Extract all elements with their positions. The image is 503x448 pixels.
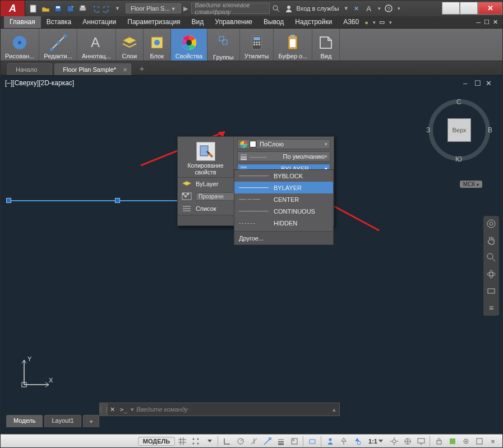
status-annovis-icon[interactable] <box>351 436 363 447</box>
search-icon[interactable] <box>272 4 280 12</box>
qat-undo-icon[interactable] <box>89 3 100 14</box>
status-sc-icon[interactable] <box>306 436 319 447</box>
status-monitor-icon[interactable] <box>415 436 427 447</box>
status-clean-icon[interactable] <box>473 436 486 447</box>
viewport-label[interactable]: [–][Сверху][2D-каркас] <box>5 79 74 87</box>
color-dropdown[interactable]: ПоСлою▾ <box>237 139 330 149</box>
ribbon-tab-home[interactable]: Главная <box>4 16 41 28</box>
status-osnap-icon[interactable] <box>261 436 274 447</box>
linetype-option[interactable]: - - - - - -HIDDEN <box>234 217 333 229</box>
panel-properties[interactable]: Свойства <box>171 29 207 61</box>
panel-draw[interactable]: Рисован... <box>1 29 39 61</box>
viewcube-face[interactable]: Верх <box>447 118 471 142</box>
panel-clipboard[interactable]: Буфер о... <box>274 29 312 61</box>
status-model-button[interactable]: МОДЕЛЬ <box>138 437 175 446</box>
grip-start[interactable] <box>6 198 11 203</box>
exchange-icon[interactable]: ✕ <box>352 4 361 13</box>
nav-showmotion-icon[interactable] <box>486 285 497 297</box>
qat-dropdown-icon[interactable]: ▼ <box>115 6 120 11</box>
ribbon-featured-icon[interactable]: ● <box>364 19 368 26</box>
match-properties-button[interactable]: Копирование свойств <box>178 137 234 177</box>
status-polar-icon[interactable] <box>234 436 247 447</box>
panel-utilities[interactable]: Утилиты <box>240 29 274 61</box>
status-dropdown-icon[interactable] <box>203 436 215 447</box>
qat-redo-icon[interactable] <box>101 3 113 14</box>
lineweight-dropdown[interactable]: ———По умолчанию▾ <box>237 151 330 161</box>
panel-modify[interactable]: Редакти... <box>39 29 77 61</box>
ucs-badge[interactable]: МСК ▾ <box>460 181 482 188</box>
viewcube[interactable]: Верх С З В Ю <box>428 99 490 161</box>
linetype-option[interactable]: ────────BYBLOCK <box>234 170 333 182</box>
nav-more-icon[interactable]: ≡ <box>486 302 497 313</box>
status-tpy-icon[interactable] <box>288 436 301 447</box>
viewport-minimize-icon[interactable]: – <box>463 79 471 87</box>
cmdline-close-icon[interactable]: ✕ <box>108 406 117 413</box>
ribbon-collapse-icon[interactable]: ▭ <box>379 19 385 26</box>
ribbon-tab-a360[interactable]: A360 <box>338 16 364 28</box>
status-grid-icon[interactable] <box>176 436 188 447</box>
cmdline-history-icon[interactable]: ▾ <box>131 406 134 413</box>
doc-restore-icon[interactable]: ☐ <box>484 19 490 26</box>
signin-button[interactable]: Вход в службы <box>297 5 339 12</box>
layout-tab-model[interactable]: Модель <box>6 415 43 427</box>
linetype-option[interactable]: ────────BYLAYER <box>234 182 333 193</box>
linetype-other-button[interactable]: Другое... <box>234 231 333 244</box>
linetype-option[interactable]: ── ─ ──CENTER <box>234 193 333 205</box>
compass-w[interactable]: З <box>426 126 430 134</box>
qat-new-icon[interactable] <box>27 3 39 14</box>
status-isolate-icon[interactable] <box>460 436 472 447</box>
cmdline-grip-icon[interactable]: ⋮⋮ <box>100 403 108 415</box>
grip-mid[interactable] <box>115 198 120 203</box>
title-caret-icon[interactable]: ▶ <box>183 5 188 12</box>
qat-print-icon[interactable] <box>77 3 88 14</box>
layout-tab-layout1[interactable]: Layout1 <box>44 415 81 427</box>
search-input[interactable]: Введите ключевое слово/фразу <box>191 3 270 14</box>
file-tab-document[interactable]: Floor Plan Sample*✕ <box>54 63 131 75</box>
status-iso-icon[interactable] <box>248 436 260 447</box>
ribbon-tab-annotate[interactable]: Аннотации <box>77 16 122 28</box>
status-hardware-icon[interactable] <box>446 436 459 447</box>
ribbon-tab-parametric[interactable]: Параметризация <box>122 16 186 28</box>
drawing-canvas[interactable]: [–][Сверху][2D-каркас] – ☐ ✕ Y X <box>1 76 502 434</box>
cmdline-menu-icon[interactable]: ▴ <box>333 406 336 413</box>
ribbon-tab-addins[interactable]: Надстройки <box>289 16 338 28</box>
viewport-maximize-icon[interactable]: ☐ <box>474 79 482 87</box>
linetype-option[interactable]: ────────CONTINUOUS <box>234 205 333 217</box>
nav-pan-icon[interactable] <box>486 235 497 246</box>
ribbon-tab-view[interactable]: Вид <box>186 16 210 28</box>
status-lock-icon[interactable] <box>433 436 445 447</box>
qat-saveas-icon[interactable] <box>64 3 76 14</box>
status-ws-icon[interactable] <box>402 436 414 447</box>
nav-zoom-icon[interactable] <box>486 252 497 263</box>
window-close-button[interactable]: ✕ <box>478 2 502 15</box>
panel-groups[interactable]: Группы <box>207 29 240 61</box>
nav-wheel-icon[interactable] <box>486 218 497 229</box>
ribbon-tab-manage[interactable]: Управление <box>209 16 258 28</box>
app-menu-button[interactable]: A <box>1 1 25 16</box>
panel-annotation[interactable]: A Аннотац... <box>77 29 116 61</box>
panel-view[interactable]: Вид <box>312 29 340 61</box>
panel-block[interactable]: Блок <box>144 29 171 61</box>
command-line[interactable]: ⋮⋮ ✕ >_ ▾ Введите команду ▴ <box>99 403 340 416</box>
ribbon-tab-output[interactable]: Вывод <box>258 16 289 28</box>
qat-open-icon[interactable] <box>40 3 51 14</box>
window-maximize-button[interactable]: ☐ <box>460 2 478 15</box>
layout-tab-add[interactable]: ＋ <box>83 415 99 427</box>
status-person-icon[interactable] <box>324 436 336 447</box>
doc-minimize-icon[interactable]: ─ <box>476 19 481 26</box>
doc-close-icon[interactable]: ✕ <box>493 19 498 26</box>
file-tab-start[interactable]: Начало <box>7 63 52 75</box>
compass-n[interactable]: С <box>456 98 462 106</box>
compass-e[interactable]: В <box>488 126 492 134</box>
status-snap-icon[interactable] <box>190 436 202 447</box>
status-scale-button[interactable]: 1:1 <box>364 436 387 447</box>
compass-s[interactable]: Ю <box>455 155 462 163</box>
qat-save-icon[interactable] <box>52 3 63 14</box>
status-annoscale-icon[interactable] <box>338 436 350 447</box>
file-tab-add[interactable]: ＋ <box>133 63 150 75</box>
status-customize-icon[interactable]: ≡ <box>487 436 499 447</box>
panel-layers[interactable]: Слои <box>116 29 144 61</box>
status-ortho-icon[interactable] <box>221 436 233 447</box>
window-minimize-button[interactable]: ─ <box>442 2 460 15</box>
viewport-close-icon[interactable]: ✕ <box>486 79 493 87</box>
